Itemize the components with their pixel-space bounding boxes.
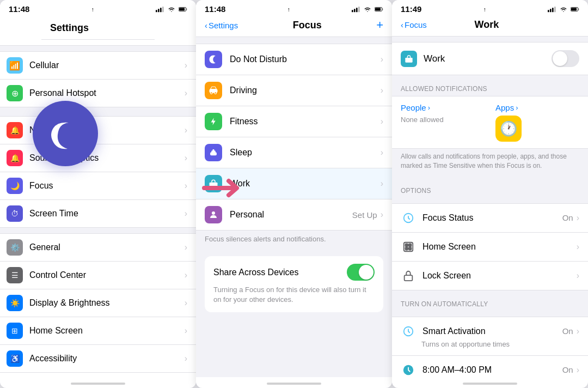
work-toggle-label: Work xyxy=(424,53,552,64)
work-toggle[interactable] xyxy=(552,50,579,67)
settings-item-accessibility[interactable]: ♿ Accessibility › xyxy=(0,345,196,373)
personal-label: Personal xyxy=(230,210,352,220)
nav-bar-1: Settings xyxy=(0,16,196,46)
settings-item-notifications[interactable]: 🔔 Notifications › xyxy=(0,117,196,144)
svg-point-21 xyxy=(212,211,215,215)
back-chevron-icon: ‹ xyxy=(205,21,207,30)
work-icon-box xyxy=(401,51,417,67)
status-bar-3: 11:49 ↑ xyxy=(392,0,588,16)
focus-item-sleep[interactable]: Sleep › xyxy=(196,137,392,168)
chevron-icon: › xyxy=(185,60,187,70)
allowed-people-col[interactable]: People › None allowed xyxy=(401,103,485,142)
option-home-screen[interactable]: Home Screen › xyxy=(392,233,588,262)
wifi-icon xyxy=(167,6,176,13)
back-chevron-icon-3: ‹ xyxy=(401,20,403,29)
focus-item-do-not-disturb[interactable]: Do Not Disturb › xyxy=(196,44,392,75)
battery-icon-2 xyxy=(375,6,383,13)
settings-group-network: 📶 Cellular › ⊕ Personal Hotspot › xyxy=(0,51,196,107)
svg-rect-23 xyxy=(550,9,552,12)
work-back-button[interactable]: ‹ Focus xyxy=(401,20,427,29)
lock-screen-opt-icon xyxy=(401,268,416,283)
accessibility-label: Accessibility xyxy=(29,354,185,363)
smart-activation-icon xyxy=(401,324,416,339)
accessibility-icon: ♿ xyxy=(7,350,23,367)
time-schedule-value: On xyxy=(562,365,573,374)
time-schedule-icon xyxy=(401,362,416,377)
panel-focus: 11:48 ↑ ‹ Settings xyxy=(196,0,392,388)
smart-activation-sub: Turns on at opportune times xyxy=(421,340,510,348)
focus-circle-icon xyxy=(33,101,98,166)
apps-label: Apps xyxy=(495,103,514,112)
focus-item-personal[interactable]: Personal Set Up › xyxy=(196,199,392,230)
chevron-icon-2: › xyxy=(185,88,187,98)
status-icons-3 xyxy=(548,6,579,13)
svg-rect-13 xyxy=(375,8,381,10)
settings-item-wallpaper[interactable]: 🎨 Wallpaper › xyxy=(0,373,196,377)
phone-bottom-3 xyxy=(392,377,588,388)
back-label-3: Focus xyxy=(405,20,427,29)
focus-nav-title: Focus xyxy=(238,20,376,31)
focus-add-button[interactable]: + xyxy=(376,19,383,31)
focus-status-value: On xyxy=(562,213,573,222)
nav-bar-2: ‹ Settings Focus + xyxy=(196,16,392,37)
settings-group-2: ⚙️ General › ☰ Control Center › ☀️ Displ… xyxy=(0,233,196,377)
fitness-label: Fitness xyxy=(230,117,381,126)
phone-bottom-2 xyxy=(196,377,392,388)
svg-rect-35 xyxy=(409,247,412,250)
option-lock-screen[interactable]: Lock Screen › xyxy=(392,262,588,290)
home-indicator-3 xyxy=(463,383,517,385)
signal-icon xyxy=(156,6,164,13)
driving-icon xyxy=(205,82,222,99)
dnd-label: Do Not Disturb xyxy=(230,54,381,64)
time-schedule-item[interactable]: 8:00 AM–4:00 PM On › Weekdays xyxy=(392,356,588,377)
home-indicator-2 xyxy=(267,383,321,385)
allowed-row: People › None allowed Apps › 🕐 xyxy=(392,96,588,148)
svg-rect-0 xyxy=(156,10,157,12)
sleep-label: Sleep xyxy=(230,148,381,157)
phone-bottom-1 xyxy=(0,377,196,388)
settings-item-focus[interactable]: 🌙 Focus › xyxy=(0,172,196,200)
back-label: Settings xyxy=(209,21,238,30)
share-toggle[interactable] xyxy=(347,264,375,281)
settings-item-cellular[interactable]: 📶 Cellular › xyxy=(0,52,196,80)
smart-activation-value: On xyxy=(562,326,573,336)
svg-rect-19 xyxy=(213,149,215,151)
wifi-icon-2 xyxy=(363,6,372,13)
settings-item-screen-time[interactable]: ⏱ Screen Time › xyxy=(0,200,196,227)
share-caption: Turning a Focus on for this device will … xyxy=(213,285,375,305)
settings-item-personal-hotspot[interactable]: ⊕ Personal Hotspot › xyxy=(0,80,196,107)
panel-settings: 11:48 ↑ Settings xyxy=(0,0,196,388)
clock-app-icon: 🕐 xyxy=(495,116,522,142)
focus-item-fitness[interactable]: Fitness › xyxy=(196,106,392,137)
settings-item-home-screen[interactable]: ⊞ Home Screen › xyxy=(0,317,196,345)
focus-item-work[interactable]: Work › xyxy=(196,168,392,199)
turn-on-section-header: TURN ON AUTOMATICALLY xyxy=(392,290,588,311)
focus-back-button[interactable]: ‹ Settings xyxy=(205,21,238,30)
svg-rect-24 xyxy=(552,8,554,12)
svg-rect-32 xyxy=(406,244,408,246)
settings-content: 📶 Cellular › ⊕ Personal Hotspot › 🔔 Noti… xyxy=(0,46,196,377)
smart-activation-item[interactable]: Smart Activation On › Turns on at opport… xyxy=(392,317,588,356)
work-header-icon xyxy=(405,54,413,63)
settings-item-sounds[interactable]: 🔔 Sounds & Haptics › xyxy=(0,144,196,172)
allowed-apps-col[interactable]: Apps › 🕐 xyxy=(495,103,579,142)
svg-rect-36 xyxy=(405,275,413,281)
time-2: 11:48 xyxy=(205,4,225,14)
settings-item-display[interactable]: ☀️ Display & Brightness › xyxy=(0,289,196,317)
focus-status-icon xyxy=(401,210,416,226)
svg-point-15 xyxy=(210,92,212,94)
status-bar-1: 11:48 ↑ xyxy=(0,0,196,16)
dnd-icon xyxy=(205,51,222,68)
focus-item-driving[interactable]: Driving › xyxy=(196,75,392,106)
settings-title: Settings xyxy=(41,19,155,40)
svg-rect-7 xyxy=(352,10,353,12)
work-nav-title: Work xyxy=(427,19,547,31)
focus-list: Do Not Disturb › Driving › xyxy=(196,44,392,231)
svg-rect-8 xyxy=(354,9,356,12)
fitness-icon xyxy=(205,113,222,130)
work-focus-label: Work xyxy=(230,179,381,189)
option-focus-status[interactable]: Focus Status On › xyxy=(392,204,588,233)
svg-rect-27 xyxy=(578,8,579,10)
settings-item-general[interactable]: ⚙️ General › xyxy=(0,234,196,262)
settings-item-control-center[interactable]: ☰ Control Center › xyxy=(0,262,196,289)
